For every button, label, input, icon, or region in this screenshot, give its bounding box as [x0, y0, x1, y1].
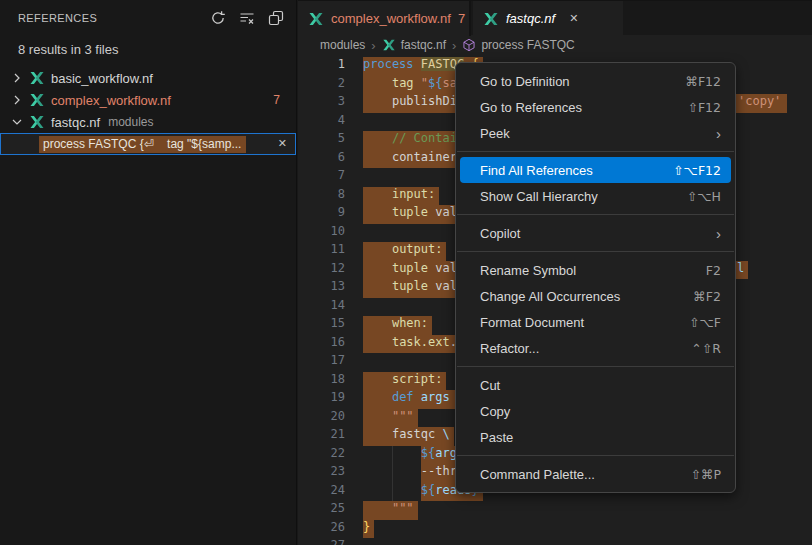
menu-item-label: Go to References — [480, 100, 582, 115]
breadcrumb-item-modules[interactable]: modules — [320, 38, 365, 52]
menu-item-shortcut: ⌘F12 — [685, 74, 721, 89]
reference-file-row-complex-workflow-nf[interactable]: complex_workflow.nf7 — [0, 89, 296, 111]
line-number: 7 — [298, 168, 363, 187]
menu-item-shortcut: ⇧⌘P — [690, 467, 721, 482]
line-number: 24 — [298, 483, 363, 502]
menu-item-refactor[interactable]: Refactor...⌃⇧R — [460, 335, 731, 361]
file-name: fastqc.nf — [51, 115, 100, 130]
menu-item-shortcut: F2 — [706, 263, 721, 278]
menu-item-cut[interactable]: Cut — [460, 372, 731, 398]
file-name: complex_workflow.nf — [51, 93, 171, 108]
menu-item-show-call-hierarchy[interactable]: Show Call Hierarchy⇧⌥H — [460, 183, 731, 209]
breadcrumb-separator: › — [452, 38, 456, 53]
panel-toolbar — [208, 8, 286, 28]
breadcrumb-separator: › — [371, 38, 375, 53]
nextflow-file-icon — [308, 11, 324, 27]
line-number: 16 — [298, 335, 363, 354]
menu-separator — [457, 151, 734, 152]
menu-item-format-document[interactable]: Format Document⇧⌥F — [460, 309, 731, 335]
line-number: 2 — [298, 76, 363, 95]
line-number: 15 — [298, 316, 363, 335]
code-line[interactable]: } — [363, 520, 812, 539]
menu-separator — [457, 214, 734, 215]
menu-item-copy[interactable]: Copy — [460, 398, 731, 424]
line-number: 3 — [298, 94, 363, 113]
file-name: basic_workflow.nf — [51, 71, 153, 86]
references-tree: basic_workflow.nfcomplex_workflow.nf7fas… — [0, 67, 296, 155]
menu-item-label: Copilot — [480, 226, 520, 241]
menu-item-shortcut: ⇧⌥F12 — [673, 163, 721, 178]
menu-item-find-all-references[interactable]: Find All References⇧⌥F12 — [460, 157, 731, 183]
chevron-down-icon[interactable] — [9, 114, 25, 130]
file-description: modules — [108, 115, 153, 129]
reference-file-row-basic-workflow-nf[interactable]: basic_workflow.nf — [0, 67, 296, 89]
menu-item-label: Change All Occurrences — [480, 289, 620, 304]
breadcrumb-item-fastqc[interactable]: fastqc.nf — [382, 38, 446, 52]
collapse-all-icon[interactable] — [266, 8, 286, 28]
line-number: 22 — [298, 446, 363, 465]
menu-item-label: Show Call Hierarchy — [480, 189, 598, 204]
close-icon[interactable]: ✕ — [569, 12, 578, 25]
menu-item-label: Rename Symbol — [480, 263, 576, 278]
reference-match-row-selected[interactable]: process FASTQC {⏎ tag "${samp...✕ — [0, 133, 296, 155]
tab-label: fastqc.nf — [506, 11, 555, 26]
match-preview-text: process FASTQC {⏎ tag "${samp... — [39, 136, 246, 153]
line-number: 4 — [298, 113, 363, 132]
menu-item-go-to-references[interactable]: Go to References⇧F12 — [460, 94, 731, 120]
tab-complex-workflow[interactable]: complex_workflow.nf 7 — [298, 1, 471, 36]
line-number: 25 — [298, 501, 363, 520]
nextflow-file-icon — [29, 114, 45, 130]
line-number: 23 — [298, 464, 363, 483]
line-number: 8 — [298, 187, 363, 206]
editor-context-menu: Go to Definition⌘F12Go to References⇧F12… — [455, 62, 736, 493]
code-line[interactable] — [363, 538, 812, 545]
line-number: 13 — [298, 279, 363, 298]
line-number: 6 — [298, 150, 363, 169]
menu-item-rename-symbol[interactable]: Rename SymbolF2 — [460, 257, 731, 283]
nextflow-file-icon — [382, 38, 396, 52]
nextflow-file-icon — [29, 70, 45, 86]
reference-file-row-fastqc-nf[interactable]: fastqc.nfmodules — [0, 111, 296, 133]
menu-item-peek[interactable]: Peek› — [460, 120, 731, 146]
menu-item-label: Paste — [480, 430, 513, 445]
refresh-icon[interactable] — [208, 8, 228, 28]
menu-item-label: Cut — [480, 378, 500, 393]
line-number: 27 — [298, 538, 363, 545]
menu-item-copilot[interactable]: Copilot› — [460, 220, 731, 246]
line-number: 20 — [298, 409, 363, 428]
menu-separator — [457, 366, 734, 367]
submenu-chevron-icon: › — [716, 226, 721, 241]
code-fragment: 'copy' — [738, 94, 781, 108]
breadcrumb: modules › fastqc.nf › process FASTQC — [298, 35, 812, 55]
chevron-right-icon[interactable] — [9, 92, 25, 108]
tab-fastqc[interactable]: fastqc.nf ✕ — [473, 1, 623, 36]
code-line[interactable]: """ — [363, 501, 812, 520]
menu-item-go-to-definition[interactable]: Go to Definition⌘F12 — [460, 68, 731, 94]
menu-item-label: Peek — [480, 126, 510, 141]
line-number: 21 — [298, 427, 363, 446]
dismiss-icon[interactable]: ✕ — [278, 137, 287, 150]
menu-separator — [457, 455, 734, 456]
clear-all-icon[interactable] — [237, 8, 257, 28]
menu-item-shortcut: ⌘F2 — [693, 289, 721, 304]
menu-item-change-all-occurrences[interactable]: Change All Occurrences⌘F2 — [460, 283, 731, 309]
menu-item-paste[interactable]: Paste — [460, 424, 731, 450]
breadcrumb-item-process-fastqc[interactable]: process FASTQC — [462, 38, 574, 52]
menu-item-command-palette[interactable]: Command Palette...⇧⌘P — [460, 461, 731, 487]
line-number: 1 — [298, 57, 363, 76]
line-number: 10 — [298, 224, 363, 243]
tab-label: complex_workflow.nf — [331, 11, 451, 26]
editor-gutter: 1234567891011121314151617181920212223242… — [298, 57, 363, 545]
references-panel-header: REFERENCES — [0, 0, 296, 35]
panel-title: REFERENCES — [18, 12, 97, 24]
nextflow-file-icon — [483, 11, 499, 27]
line-number: 12 — [298, 261, 363, 280]
nextflow-file-icon — [29, 92, 45, 108]
chevron-right-icon[interactable] — [9, 70, 25, 86]
menu-item-shortcut: ⇧⌥F — [689, 315, 721, 330]
line-number: 14 — [298, 298, 363, 317]
menu-item-label: Find All References — [480, 163, 593, 178]
menu-item-label: Command Palette... — [480, 467, 595, 482]
symbol-module-icon — [462, 38, 476, 52]
tab-problem-badge: 7 — [458, 11, 465, 26]
